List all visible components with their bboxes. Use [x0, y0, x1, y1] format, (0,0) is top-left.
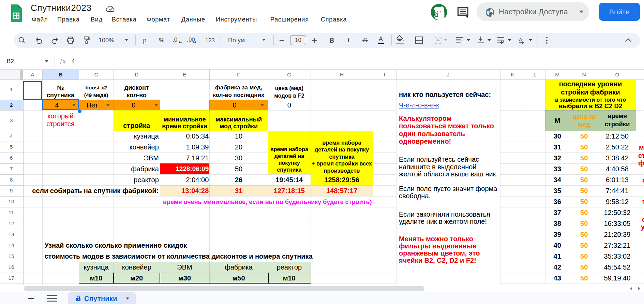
svg-text:A: A — [519, 37, 522, 42]
